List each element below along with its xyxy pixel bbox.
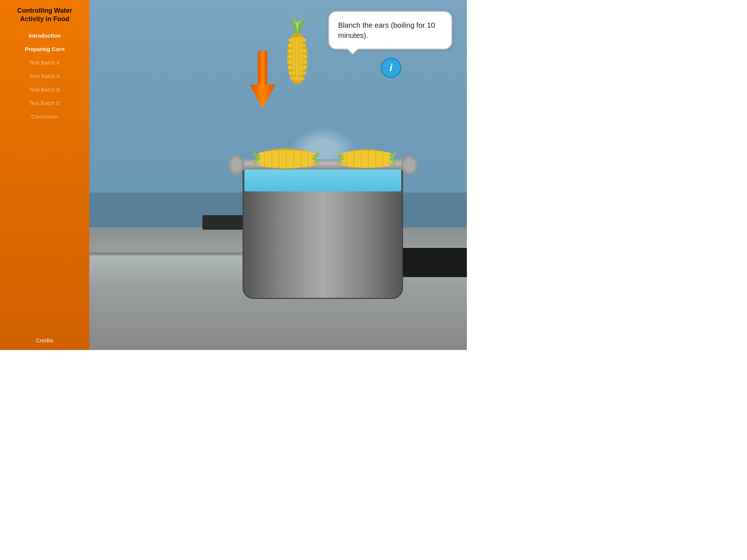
corn-in-pot-left (253, 146, 319, 171)
corn-falling (283, 15, 312, 88)
svg-point-8 (290, 76, 305, 81)
pot-handle-right (401, 155, 418, 175)
pot-handle-left (228, 155, 244, 175)
svg-point-6 (288, 65, 307, 70)
svg-point-32 (342, 162, 391, 168)
pot (232, 124, 414, 299)
nav-item-introduction[interactable]: Introduction (0, 29, 89, 42)
corn-in-pot-right (337, 146, 396, 171)
svg-rect-14 (258, 51, 267, 86)
nav-item-test-batch-x[interactable]: Test Batch X (0, 56, 89, 69)
nav-item-conclusion[interactable]: Conclusion (0, 110, 89, 123)
svg-point-1 (289, 37, 306, 43)
nav-item-test-batch-b[interactable]: Test Batch B (0, 83, 89, 96)
svg-point-3 (288, 48, 307, 54)
svg-point-7 (289, 70, 306, 75)
sidebar: Controlling Water Activity in Food Intro… (0, 0, 89, 350)
sidebar-title: Controlling Water Activity in Food (0, 0, 89, 29)
down-arrow (250, 51, 275, 111)
credits-button[interactable]: Credits (0, 337, 89, 343)
main-content: Blanch the ears (boiling for 10 minutes)… (89, 0, 467, 350)
nav-item-preparing-corn[interactable]: Preparing Corn (0, 42, 89, 56)
svg-marker-15 (250, 85, 275, 109)
svg-point-5 (287, 59, 307, 65)
svg-point-4 (287, 54, 307, 59)
nav-item-test-batch-c[interactable]: Test Batch C (0, 96, 89, 110)
info-bubble: Blanch the ears (boiling for 10 minutes)… (328, 11, 452, 50)
nav-item-test-batch-a[interactable]: Test Batch A (0, 69, 89, 83)
info-bubble-text: Blanch the ears (boiling for 10 minutes)… (338, 21, 435, 39)
info-icon[interactable]: i (381, 58, 401, 78)
